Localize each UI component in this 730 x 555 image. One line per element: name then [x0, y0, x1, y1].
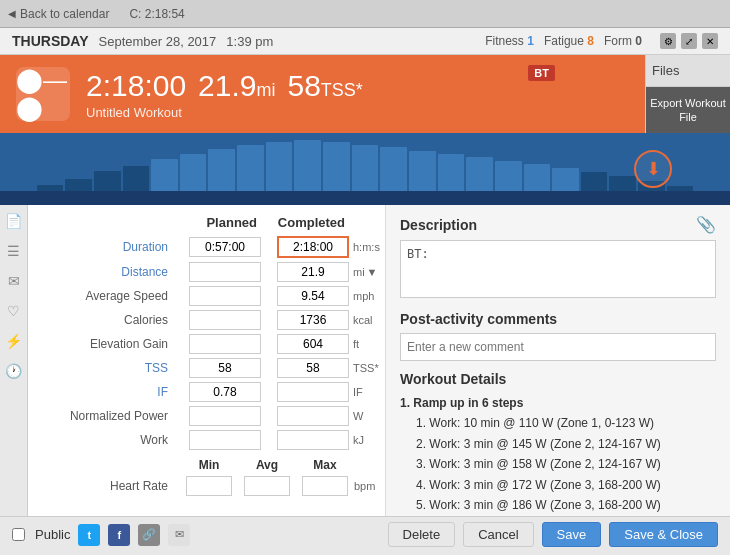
email-button[interactable]: ✉: [168, 524, 190, 546]
if-planned-input[interactable]: [189, 382, 261, 402]
fatigue-value: 8: [587, 34, 594, 48]
np-label: Normalized Power: [40, 409, 180, 423]
list-icon[interactable]: ☰: [7, 243, 20, 259]
metric-row-duration: Duration h:m:s: [40, 236, 373, 258]
filepath: C: 2:18:54: [129, 7, 184, 21]
workout-symbol: ⬤—⬤: [16, 66, 70, 122]
avgspeed-completed-input[interactable]: [277, 286, 349, 306]
top-bar: Back to calendar C: 2:18:54: [0, 0, 730, 28]
hr-min-input[interactable]: [186, 476, 232, 496]
doc-icon[interactable]: 📄: [5, 213, 22, 229]
np-planned-input[interactable]: [189, 406, 261, 426]
work-completed-input[interactable]: [277, 430, 349, 450]
tss-label: TSS: [40, 361, 180, 375]
metrics-empty-header: [40, 215, 180, 230]
work-label: Work: [40, 433, 180, 447]
metric-row-work: Work kJ: [40, 430, 373, 450]
calories-label: Calories: [40, 313, 180, 327]
metric-row-hr: Heart Rate bpm: [40, 476, 373, 496]
if-label: IF: [40, 385, 180, 399]
calories-planned-input[interactable]: [189, 310, 261, 330]
duration-label: Duration: [40, 240, 180, 254]
distance-completed-input[interactable]: [277, 262, 349, 282]
hr-avg-input[interactable]: [244, 476, 290, 496]
metric-row-avgspeed: Average Speed mph: [40, 286, 373, 306]
metric-row-tss: TSS TSS*: [40, 358, 373, 378]
lightning-icon[interactable]: ⚡: [5, 333, 22, 349]
if-completed-input[interactable]: [277, 382, 349, 402]
resize-icon[interactable]: ⤢: [681, 33, 697, 49]
tss-completed-input[interactable]: [277, 358, 349, 378]
workout-banner: ⬤—⬤ 2:18:00 21.9mi 58TSS* Untitled Worko…: [0, 55, 645, 133]
duration-completed-input[interactable]: [277, 236, 349, 258]
back-button[interactable]: Back to calendar: [8, 7, 109, 21]
workout-tss: 58TSS*: [287, 69, 362, 103]
duration-unit: h:m:s: [353, 241, 386, 253]
fitness-value: 1: [527, 34, 534, 48]
elevation-unit: ft: [353, 338, 386, 350]
metric-row-distance: Distance mi ▼: [40, 262, 373, 282]
public-label: Public: [35, 527, 70, 542]
step-2: 2. Work: 3 min @ 145 W (Zone 2, 124-167 …: [416, 434, 716, 454]
hr-max-input[interactable]: [302, 476, 348, 496]
step-main: 1. Ramp up in 6 steps: [400, 393, 716, 413]
elevation-label: Elevation Gain: [40, 337, 180, 351]
work-unit: kJ: [353, 434, 386, 446]
avgspeed-planned-input[interactable]: [189, 286, 261, 306]
completed-header: Completed: [265, 215, 353, 230]
avgspeed-label: Average Speed: [40, 289, 180, 303]
settings-icon[interactable]: ⚙: [660, 33, 676, 49]
dropdown-arrow-icon[interactable]: ▼: [367, 266, 378, 278]
heart-icon[interactable]: ♡: [7, 303, 20, 319]
download-circle[interactable]: ⬇: [634, 150, 672, 188]
tss-planned-input[interactable]: [189, 358, 261, 378]
back-label: Back to calendar: [20, 7, 109, 21]
np-unit: W: [353, 410, 386, 422]
hr-unit: bpm: [354, 480, 386, 492]
step-3: 3. Work: 3 min @ 158 W (Zone 2, 124-167 …: [416, 454, 716, 474]
duration-planned-input[interactable]: [189, 237, 261, 257]
close-icon[interactable]: ✕: [702, 33, 718, 49]
hr-label: Heart Rate: [40, 479, 180, 493]
workout-info: 2:18:00 21.9mi 58TSS* Untitled Workout: [86, 69, 363, 120]
calories-completed-input[interactable]: [277, 310, 349, 330]
elevation-completed-input[interactable]: [277, 334, 349, 354]
facebook-button[interactable]: f: [108, 524, 130, 546]
np-completed-input[interactable]: [277, 406, 349, 426]
twitter-button[interactable]: t: [78, 524, 100, 546]
hr-max-header: Max: [296, 458, 354, 472]
link-button[interactable]: 🔗: [138, 524, 160, 546]
tss-unit: TSS*: [353, 362, 386, 374]
unit-header: [353, 215, 386, 230]
distance-unit: mi ▼: [353, 266, 386, 278]
workout-name: Untitled Workout: [86, 105, 363, 120]
step-5: 5. Work: 3 min @ 186 W (Zone 3, 168-200 …: [416, 495, 716, 515]
workout-duration: 2:18:00: [86, 69, 186, 103]
window-controls: ⚙ ⤢ ✕: [660, 33, 718, 49]
if-unit: IF: [353, 386, 386, 398]
elevation-planned-input[interactable]: [189, 334, 261, 354]
step-1: 1. Work: 10 min @ 110 W (Zone 1, 0-123 W…: [416, 413, 716, 433]
workout-distance: 21.9mi: [198, 69, 275, 103]
public-checkbox[interactable]: [12, 528, 25, 541]
bt-badge: BT: [528, 65, 555, 81]
metric-row-calories: Calories kcal: [40, 310, 373, 330]
clip-icon: 📎: [696, 215, 716, 234]
work-planned-input[interactable]: [189, 430, 261, 450]
planned-header: Planned: [180, 215, 265, 230]
cancel-button[interactable]: Cancel: [463, 522, 533, 547]
desc-textarea[interactable]: BT:: [400, 240, 716, 298]
files-button[interactable]: Files: [646, 55, 730, 87]
distance-planned-input[interactable]: [189, 262, 261, 282]
save-close-button[interactable]: Save & Close: [609, 522, 718, 547]
fitness-label: Fitness 1: [485, 34, 534, 48]
hr-avg-header: Avg: [238, 458, 296, 472]
export-button[interactable]: Export Workout File: [646, 87, 730, 133]
save-button[interactable]: Save: [542, 522, 602, 547]
mail-icon[interactable]: ✉: [8, 273, 20, 289]
delete-button[interactable]: Delete: [388, 522, 456, 547]
post-activity-title: Post-activity comments: [400, 311, 716, 327]
bottom-bar: Public t f 🔗 ✉ Delete Cancel Save Save &…: [0, 516, 730, 552]
comment-input[interactable]: [400, 333, 716, 361]
clock-icon[interactable]: 🕐: [5, 363, 22, 379]
